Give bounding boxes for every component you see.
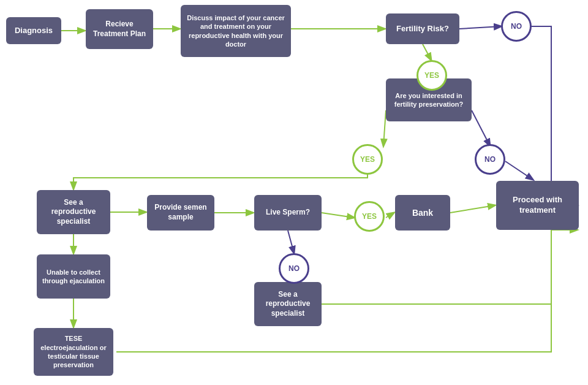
yes1-circle: YES [417,60,447,91]
live-sperm-box: Live Sperm? [254,195,322,231]
fertility-risk-box: Fertility Risk? [386,13,459,44]
svg-line-13 [450,205,495,213]
svg-line-7 [472,110,490,146]
yes3-circle: YES [354,201,385,232]
receive-plan-box: Recieve Treatment Plan [86,9,153,49]
svg-line-14 [288,231,294,253]
discuss-box: Discuss impact of your cancer and treatm… [181,5,291,57]
svg-line-3 [459,26,501,29]
no2-circle: NO [475,144,505,175]
proceed-box: Proceed with treatment [496,181,579,230]
see-repro1-box: See a reproductive specialist [37,190,110,234]
see-repro2-box: See a reproductive specialist [254,282,322,326]
svg-line-12 [386,213,394,218]
svg-line-11 [322,213,354,218]
provide-semen-box: Provide semen sample [147,195,214,231]
tese-box: TESE electroejaculation or testicular ti… [34,328,113,376]
svg-line-4 [423,44,431,60]
diagnosis-box: Diagnosis [6,17,61,44]
no3-circle: NO [279,253,309,284]
bank-box: Bank [395,195,450,231]
unable-box: Unable to collect through ejaculation [37,254,110,299]
yes2-circle: YES [352,144,383,175]
svg-line-8 [505,161,533,180]
flowchart: Diagnosis Recieve Treatment Plan Discuss… [0,0,588,385]
no1-circle: NO [501,11,532,42]
